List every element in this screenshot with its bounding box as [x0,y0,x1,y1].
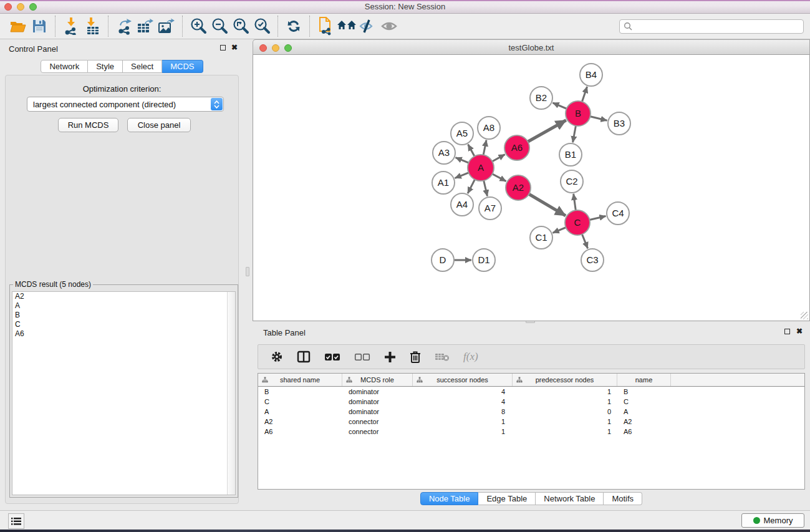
result-list-item[interactable]: B [12,311,235,320]
sitemap-icon [346,377,352,383]
graph-node-D[interactable]: D [432,249,454,271]
float-panel-icon[interactable] [220,45,226,51]
close-panel-icon[interactable]: ✖ [231,44,238,51]
close-table-panel-icon[interactable]: ✖ [796,328,803,334]
graph-node-A7[interactable]: A7 [479,197,501,220]
search-input[interactable] [635,21,803,32]
split-columns-icon[interactable] [297,351,311,363]
result-list-item[interactable]: C [12,320,235,329]
column-header-shared-name[interactable]: shared name [258,374,342,386]
graph-node-D1[interactable]: D1 [473,249,495,271]
select-all-checkboxes-icon[interactable] [324,353,340,361]
desktop-background-strip [0,530,810,532]
search-field[interactable] [619,19,804,34]
svg-text:C4: C4 [612,208,624,218]
deselect-all-checkboxes-icon[interactable] [354,353,370,361]
table-toolbar: f(x) [258,344,805,369]
column-header-name[interactable]: name [617,374,671,386]
graph-node-C[interactable]: C [565,210,590,235]
table-panel: Table Panel ✖ [253,324,810,510]
network-canvas[interactable]: AA1A2A3A4A5A6A7A8BB1B2B3B4CC1C2C3C4DD1 [253,55,810,321]
graph-node-A2[interactable]: A2 [506,175,531,200]
graph-node-C2[interactable]: C2 [561,170,583,193]
resize-grip-icon[interactable] [801,312,808,319]
graph-node-A8[interactable]: A8 [478,117,500,139]
graph-node-A6[interactable]: A6 [504,135,529,160]
column-header-predecessor-nodes[interactable]: predecessor nodes [513,374,617,386]
zoom-out-icon[interactable] [209,16,230,36]
zoom-fit-icon[interactable] [230,16,251,36]
main-toolbar [0,14,810,39]
run-mcds-button[interactable]: Run MCDS [58,118,118,132]
gear-icon[interactable] [271,351,283,363]
graph-node-C4[interactable]: C4 [607,202,629,225]
open-session-icon[interactable] [7,16,29,36]
refresh-icon[interactable] [283,16,304,36]
graph-node-A5[interactable]: A5 [451,122,473,145]
delete-icon[interactable] [410,351,421,363]
memory-button[interactable]: Memory [741,513,804,528]
tab-network-table[interactable]: Network Table [536,492,604,505]
table-row[interactable]: A6connector11A6 [258,427,804,437]
table-row[interactable]: Cdominator41C [258,397,804,407]
graph-node-A1[interactable]: A1 [432,172,455,194]
graph-node-C3[interactable]: C3 [581,249,604,271]
graph-node-B1[interactable]: B1 [559,143,582,166]
graph-node-B3[interactable]: B3 [608,112,630,135]
tab-select[interactable]: Select [123,60,162,73]
add-icon[interactable] [384,351,396,363]
table-row[interactable]: Adominator80A [258,407,804,417]
tab-style[interactable]: Style [88,60,123,73]
hide-graphics-icon[interactable] [357,16,378,36]
app-title: Session: New Session [0,2,810,11]
graph-node-A4[interactable]: A4 [451,193,473,216]
memory-label: Memory [764,516,793,525]
float-table-panel-icon[interactable] [784,329,790,334]
table-cell: A [258,408,342,415]
vertical-splitter-grip[interactable] [246,267,249,276]
task-history-button[interactable] [8,513,24,529]
show-graphics-icon[interactable] [378,16,400,36]
result-list-item[interactable]: A2 [12,292,235,301]
tab-node-table[interactable]: Node Table [420,492,479,505]
svg-text:B3: B3 [614,118,625,128]
criterion-select[interactable]: largest connected component (directed) [27,97,224,112]
graph-node-B2[interactable]: B2 [530,87,552,109]
table-cell: 0 [513,408,617,415]
save-session-icon[interactable] [29,16,50,36]
graph-node-B4[interactable]: B4 [580,64,602,86]
home-network-icon[interactable] [336,16,357,36]
close-panel-button[interactable]: Close panel [127,118,191,132]
function-builder-icon[interactable]: f(x) [463,351,478,363]
import-table-icon[interactable] [82,16,103,36]
graph-node-B[interactable]: B [566,101,591,126]
result-list-scrollbar[interactable] [227,292,235,495]
tab-network[interactable]: Network [41,60,88,73]
export-network-icon[interactable] [113,16,135,36]
network-graph[interactable]: AA1A2A3A4A5A6A7A8BB1B2B3B4CC1C2C3C4DD1 [253,55,809,320]
zoom-selected-icon[interactable] [251,16,272,36]
network-window-titlebar[interactable]: testGlobe.txt [253,39,810,55]
graph-node-A[interactable]: A [468,155,494,181]
network-file-icon[interactable] [315,16,336,36]
zoom-in-icon[interactable] [188,16,209,36]
table-row[interactable]: Bdominator41B [258,387,804,397]
column-header-mcds-role[interactable]: MCDS role [342,374,413,386]
result-list-item[interactable]: A [12,301,235,311]
import-network-icon[interactable] [60,16,82,36]
delete-table-icon[interactable] [435,352,450,362]
tab-motifs[interactable]: Motifs [604,492,642,505]
tab-mcds[interactable]: MCDS [162,60,203,73]
graph-node-A3[interactable]: A3 [433,142,455,164]
memory-status-icon [753,517,760,524]
node-table[interactable]: shared name MCDS role successor nodes pr… [258,373,805,490]
table-row[interactable]: A2connector11A2 [258,417,804,427]
export-image-icon[interactable] [156,16,177,36]
graph-node-C1[interactable]: C1 [530,226,552,249]
table-cell: 4 [413,388,513,395]
tab-edge-table[interactable]: Edge Table [478,492,536,505]
mcds-result-list[interactable]: A2ABCA6 [12,291,236,495]
result-list-item[interactable]: A6 [12,329,235,339]
column-header-successor-nodes[interactable]: successor nodes [413,374,513,386]
export-table-icon[interactable] [135,16,156,36]
